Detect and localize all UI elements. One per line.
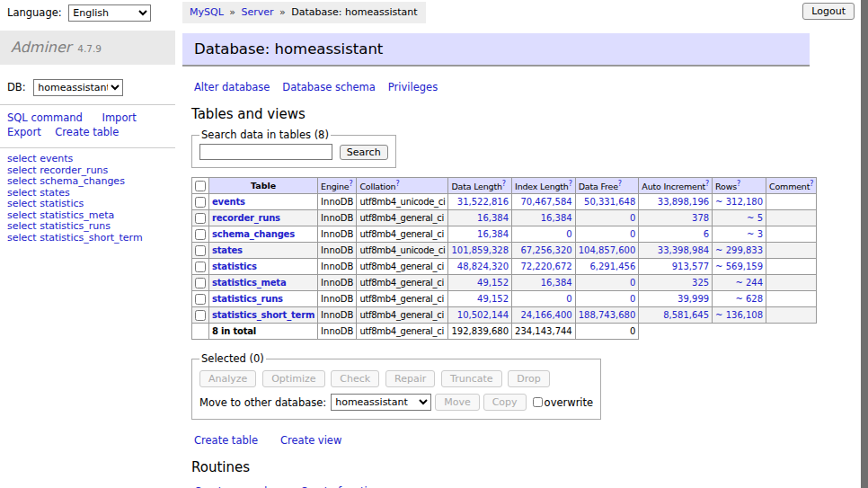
data-length-link[interactable]: 101,859,328: [451, 245, 509, 255]
optimize-button[interactable]: Optimize: [262, 370, 324, 387]
table-name-link[interactable]: statistics: [212, 262, 257, 271]
table-name-link[interactable]: statistics_short_term: [212, 310, 314, 320]
data-length-link[interactable]: 49,152: [477, 294, 509, 304]
help-icon[interactable]: ?: [705, 180, 709, 188]
create-table-link[interactable]: Create table: [194, 434, 258, 447]
table-name-link[interactable]: recorder_runs: [212, 213, 280, 223]
check-button[interactable]: Check: [331, 370, 379, 387]
rows-link[interactable]: ~ 5: [747, 213, 763, 223]
rows-link[interactable]: ~ 299,833: [715, 245, 763, 255]
index-length-link[interactable]: 0: [566, 229, 571, 239]
data-free-link[interactable]: 188,743,680: [579, 310, 636, 320]
search-input[interactable]: [199, 144, 332, 160]
sidebar-select-link[interactable]: select schema_changes: [7, 176, 175, 188]
app-logo-link[interactable]: Adminer: [11, 39, 71, 56]
help-icon[interactable]: ?: [395, 180, 399, 188]
sidebar-select-link[interactable]: select statistics: [7, 199, 175, 210]
help-icon[interactable]: ?: [502, 180, 506, 188]
search-button[interactable]: Search: [340, 145, 388, 160]
row-checkbox[interactable]: [195, 278, 206, 288]
data-length-link[interactable]: 10,502,144: [457, 310, 509, 320]
index-length-link[interactable]: 16,384: [541, 213, 572, 223]
table-name-link[interactable]: statistics_meta: [212, 278, 286, 288]
data-free-link[interactable]: 0: [630, 213, 635, 223]
sidebar: Language: English Adminer 4.7.9 DB: home…: [0, 0, 175, 244]
create-view-link[interactable]: Create view: [280, 434, 341, 447]
rows-link[interactable]: ~ 569,159: [715, 262, 763, 271]
help-icon[interactable]: ?: [569, 180, 572, 188]
rows-link[interactable]: ~ 628: [735, 294, 763, 304]
row-checkbox[interactable]: [195, 294, 206, 305]
select-all-checkbox[interactable]: [195, 181, 206, 191]
data-length-link[interactable]: 49,152: [477, 278, 509, 288]
scrollbar[interactable]: [861, 0, 868, 488]
rows-link[interactable]: ~ 3: [747, 229, 763, 239]
sidebar-select-link[interactable]: select events: [7, 154, 175, 165]
sidebar-link-export[interactable]: Export: [7, 126, 41, 138]
data-length-link[interactable]: 48,824,320: [457, 262, 509, 271]
data-free-link[interactable]: 0: [630, 294, 635, 304]
sidebar-link-sql-command[interactable]: SQL command: [7, 111, 83, 124]
table-name-link[interactable]: events: [212, 197, 245, 207]
repair-button[interactable]: Repair: [385, 370, 435, 387]
tables-heading: Tables and views: [191, 106, 816, 122]
analyze-button[interactable]: Analyze: [199, 370, 256, 387]
auto-increment-link[interactable]: 39,999: [678, 294, 709, 304]
move-button[interactable]: Move: [435, 394, 480, 411]
help-icon[interactable]: ?: [618, 180, 622, 188]
privileges-link[interactable]: Privileges: [388, 81, 438, 93]
table-name-link[interactable]: schema_changes: [212, 229, 295, 239]
data-free-link[interactable]: 104,857,600: [579, 245, 636, 255]
index-length-link[interactable]: 16,384: [541, 278, 572, 288]
data-free-link[interactable]: 0: [630, 278, 635, 288]
sidebar-link-create-table[interactable]: Create table: [55, 126, 119, 138]
index-length-link[interactable]: 67,256,320: [520, 245, 571, 255]
auto-increment-link[interactable]: 325: [692, 278, 709, 288]
row-checkbox[interactable]: [195, 310, 206, 321]
help-icon[interactable]: ?: [810, 180, 813, 188]
auto-increment-link[interactable]: 378: [692, 213, 709, 223]
move-db-select[interactable]: homeassistant: [331, 394, 431, 411]
data-free-link[interactable]: 6,291,456: [589, 262, 635, 271]
copy-button[interactable]: Copy: [483, 394, 527, 411]
database-schema-link[interactable]: Database schema: [282, 81, 375, 93]
auto-increment-link[interactable]: 913,577: [672, 262, 709, 271]
index-length-link[interactable]: 70,467,584: [520, 197, 571, 207]
table-name-link[interactable]: statistics_runs: [212, 294, 283, 304]
rows-link[interactable]: ~ 244: [735, 278, 763, 288]
auto-increment-link[interactable]: 8,581,645: [663, 310, 709, 320]
truncate-button[interactable]: Truncate: [441, 370, 501, 387]
sidebar-link-import[interactable]: Import: [102, 111, 136, 124]
sidebar-select-link[interactable]: select statistics_short_term: [7, 233, 175, 244]
row-checkbox[interactable]: [195, 245, 206, 256]
rows-link[interactable]: ~ 312,180: [715, 197, 763, 207]
index-length-link[interactable]: 0: [566, 294, 571, 304]
help-icon[interactable]: ?: [737, 180, 740, 188]
overwrite-checkbox[interactable]: [533, 397, 543, 407]
breadcrumb-link-mysql[interactable]: MySQL: [190, 6, 224, 18]
data-free-link[interactable]: 0: [630, 229, 635, 239]
auto-increment-link[interactable]: 33,898,196: [658, 197, 709, 207]
data-length-link[interactable]: 31,522,816: [457, 197, 509, 207]
row-checkbox[interactable]: [195, 262, 206, 272]
row-checkbox[interactable]: [195, 213, 206, 224]
sidebar-select-link[interactable]: select statistics_runs: [7, 221, 175, 233]
row-checkbox[interactable]: [195, 197, 206, 208]
auto-increment-link[interactable]: 6: [704, 229, 709, 239]
db-select[interactable]: homeassistant: [33, 79, 123, 96]
auto-increment-link[interactable]: 33,398,984: [658, 245, 709, 255]
data-free-link[interactable]: 50,331,648: [584, 197, 635, 207]
alter-database-link[interactable]: Alter database: [194, 81, 270, 93]
data-length-link[interactable]: 16,384: [477, 229, 509, 239]
breadcrumb-link-server[interactable]: Server: [242, 6, 274, 18]
drop-button[interactable]: Drop: [508, 370, 549, 387]
data-length-link[interactable]: 16,384: [477, 213, 509, 223]
table-name-link[interactable]: states: [212, 245, 243, 255]
language-select[interactable]: English: [68, 4, 151, 22]
index-length-link[interactable]: 24,166,400: [520, 310, 571, 320]
rows-link[interactable]: ~ 136,108: [715, 310, 763, 320]
help-icon[interactable]: ?: [349, 180, 352, 188]
index-length-link[interactable]: 72,220,672: [520, 262, 571, 271]
engine-cell: InnoDB: [318, 210, 357, 226]
row-checkbox[interactable]: [195, 229, 206, 240]
